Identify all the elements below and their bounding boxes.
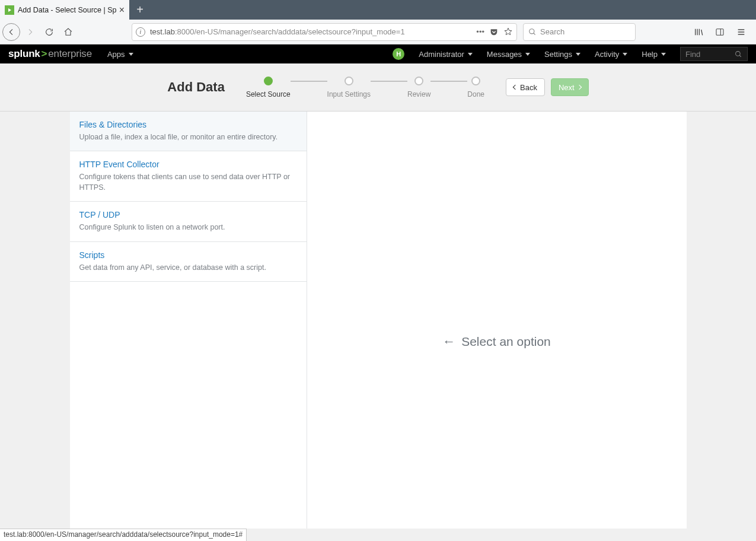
avatar[interactable]: H: [393, 48, 404, 60]
main-panel: Files & Directories Upload a file, index…: [70, 112, 687, 529]
activity-menu[interactable]: Activity: [595, 50, 627, 59]
source-list: Files & Directories Upload a file, index…: [70, 112, 307, 529]
next-button: Next: [551, 78, 589, 96]
wizard-header: Add Data Select Source Input Settings Re…: [0, 63, 756, 112]
source-files-directories[interactable]: Files & Directories Upload a file, index…: [70, 112, 307, 151]
bookmark-star-icon[interactable]: [503, 27, 513, 37]
administrator-menu[interactable]: Administrator: [419, 50, 473, 59]
url-text: test.lab:8000/en-US/manager/search/addda…: [150, 27, 476, 36]
splunk-favicon: [5, 5, 14, 15]
library-icon[interactable]: [690, 23, 707, 41]
arrow-left-icon: ←: [442, 334, 455, 349]
tab-title: Add Data - Select Source | Sp: [18, 6, 119, 14]
apps-menu[interactable]: Apps: [107, 50, 133, 59]
step-review: Review: [407, 77, 430, 98]
hamburger-menu-icon[interactable]: [732, 23, 750, 41]
status-bar: test.lab:8000/en-US/manager/search/addda…: [0, 529, 247, 541]
source-http-event-collector[interactable]: HTTP Event Collector Configure tokens th…: [70, 151, 307, 202]
back-button[interactable]: [2, 23, 20, 41]
forward-button: [21, 23, 39, 41]
browser-tab[interactable]: Add Data - Select Source | Sp ×: [0, 0, 129, 20]
pocket-icon[interactable]: [489, 27, 499, 37]
new-tab-button[interactable]: +: [129, 0, 151, 20]
detail-pane: ← Select an option: [307, 112, 687, 529]
settings-menu[interactable]: Settings: [544, 50, 580, 59]
close-tab-icon[interactable]: ×: [119, 5, 125, 15]
find-input[interactable]: Find: [680, 47, 748, 61]
page-title: Add Data: [167, 79, 225, 95]
browser-search-placeholder: Search: [540, 27, 564, 36]
reload-button[interactable]: [40, 23, 58, 41]
browser-search-box[interactable]: Search: [523, 23, 636, 41]
splunk-logo[interactable]: splunk>enterprise: [8, 48, 92, 60]
back-button[interactable]: Back: [506, 78, 545, 96]
find-placeholder: Find: [685, 50, 700, 59]
browser-toolbar: i test.lab:8000/en-US/manager/search/add…: [0, 20, 756, 44]
select-option-placeholder: ← Select an option: [442, 154, 551, 529]
url-bar[interactable]: i test.lab:8000/en-US/manager/search/add…: [132, 23, 517, 41]
splunk-top-nav: splunk>enterprise Apps H Administrator M…: [0, 44, 756, 63]
step-select-source: Select Source: [246, 77, 291, 98]
source-scripts[interactable]: Scripts Get data from any API, service, …: [70, 242, 307, 282]
wizard-steps: Select Source Input Settings Review Done: [246, 77, 484, 98]
home-button[interactable]: [59, 23, 77, 41]
messages-menu[interactable]: Messages: [487, 50, 530, 59]
help-menu[interactable]: Help: [642, 50, 666, 59]
info-icon[interactable]: i: [136, 27, 145, 37]
step-done: Done: [467, 77, 484, 98]
sidebar-icon[interactable]: [711, 23, 729, 41]
step-input-settings: Input Settings: [327, 77, 371, 98]
meatball-icon[interactable]: •••: [476, 27, 484, 36]
search-icon: [735, 50, 742, 58]
svg-point-2: [736, 51, 741, 56]
svg-point-0: [529, 28, 534, 33]
search-icon: [528, 28, 537, 36]
browser-tab-strip: Add Data - Select Source | Sp × +: [0, 0, 756, 20]
source-tcp-udp[interactable]: TCP / UDP Configure Splunk to listen on …: [70, 202, 307, 241]
svg-rect-1: [716, 28, 723, 35]
